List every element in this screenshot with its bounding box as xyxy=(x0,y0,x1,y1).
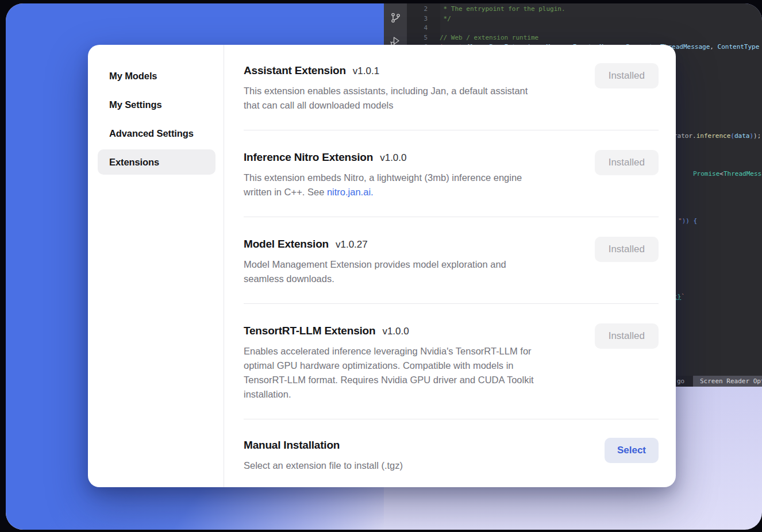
extension-title-line: Assistant Extensionv1.0.1 xyxy=(244,63,528,78)
extension-version: v1.0.0 xyxy=(382,326,409,337)
line-number: 3 xyxy=(407,14,428,24)
extension-row-model-extension: Model Extensionv1.0.27Model Management E… xyxy=(244,217,659,304)
description-text: Select an extension file to install (.tg… xyxy=(244,460,403,471)
sidebar-item-advanced-settings[interactable]: Advanced Settings xyxy=(98,121,215,146)
extension-info: Inference Nitro Extensionv1.0.0This exte… xyxy=(244,150,522,199)
code-token: ` xyxy=(681,293,685,300)
extension-version: v1.0.27 xyxy=(336,239,368,250)
line-number: 5 xyxy=(407,33,428,43)
description-text: This extension enables assistants, inclu… xyxy=(244,86,528,96)
extension-row-assistant-extension: Assistant Extensionv1.0.1This extension … xyxy=(244,63,659,130)
sidebar-item-my-models[interactable]: My Models xyxy=(98,63,215,88)
code-fragment: rator.inference(data)); xyxy=(674,132,761,140)
nitro-jan-ai-link[interactable]: nitro.jan.ai. xyxy=(327,187,374,197)
code-token: data xyxy=(734,132,750,140)
code-line: 2 * The entrypoint for the plugin. xyxy=(407,5,762,14)
code-token: * The entrypoint for the plugin. xyxy=(440,5,565,13)
code-token: inference xyxy=(696,132,731,140)
extension-description: Model Management Extension provides mode… xyxy=(244,257,506,286)
code-line: 3 */ xyxy=(407,14,762,24)
code-fragment: Promise<ThreadMessage> xyxy=(693,170,762,178)
extension-info: Model Extensionv1.0.27Model Management E… xyxy=(244,237,506,286)
code-fragment: ")) { xyxy=(678,217,697,225)
extension-description: This extension embeds Nitro, a lightweig… xyxy=(244,171,522,199)
settings-sidebar: My ModelsMy SettingsAdvanced SettingsExt… xyxy=(88,45,224,487)
installed-button[interactable]: Installed xyxy=(595,63,659,88)
code-token: rator. xyxy=(674,132,696,140)
code-token: ThreadMessage xyxy=(723,170,762,178)
extension-info: TensortRT-LLM Extensionv1.0.0Enables acc… xyxy=(244,323,534,402)
code-token: ( xyxy=(730,132,734,140)
code-token: // Web / extension runtime xyxy=(440,34,538,41)
description-text: TensorRT-LLM format. Requires Nvidia GPU… xyxy=(244,375,534,385)
installed-button[interactable]: Installed xyxy=(595,150,659,175)
extension-description: This extension enables assistants, inclu… xyxy=(244,84,528,113)
code-token: { xyxy=(694,217,698,225)
statusbar-time-text: go xyxy=(677,376,684,387)
extension-row-manual-installation: Manual InstallationSelect an extension f… xyxy=(244,419,659,485)
extension-description: Select an extension file to install (.tg… xyxy=(244,458,403,473)
description-text: Model Management Extension provides mode… xyxy=(244,259,506,269)
code-token: ); xyxy=(753,132,761,140)
extension-name: TensortRT-LLM Extension xyxy=(244,323,375,338)
code-token: " xyxy=(678,217,682,225)
extension-row-tensortrt-llm-extension: TensortRT-LLM Extensionv1.0.0Enables acc… xyxy=(244,304,659,419)
line-number: 4 xyxy=(407,24,428,33)
code-token: */ xyxy=(440,15,451,22)
settings-modal: My ModelsMy SettingsAdvanced SettingsExt… xyxy=(88,45,676,487)
code-line: 5// Web / extension runtime xyxy=(407,33,762,43)
code-line: 4 xyxy=(407,24,762,33)
extension-info: Assistant Extensionv1.0.1This extension … xyxy=(244,63,528,113)
app-window: 2 * The entrypoint for the plugin.3 */45… xyxy=(6,3,762,530)
code-token: )) xyxy=(682,217,694,225)
extension-title-line: Model Extensionv1.0.27 xyxy=(244,237,506,252)
extension-row-inference-nitro-extension: Inference Nitro Extensionv1.0.0This exte… xyxy=(244,130,659,217)
extension-info: Manual InstallationSelect an extension f… xyxy=(244,438,403,473)
installed-button[interactable]: Installed xyxy=(595,237,659,262)
extension-title-line: Manual Installation xyxy=(244,438,403,453)
code-token: ContentType xyxy=(718,43,760,51)
screen-reader-mode-badge[interactable]: Screen Reader Optimize xyxy=(693,376,762,387)
extension-name: Model Extension xyxy=(244,237,329,252)
sidebar-item-my-settings[interactable]: My Settings xyxy=(98,92,215,117)
code-token: , xyxy=(710,43,717,51)
code-token: < xyxy=(719,170,723,178)
installed-button[interactable]: Installed xyxy=(595,323,659,349)
extension-title-line: Inference Nitro Extensionv1.0.0 xyxy=(244,150,522,165)
description-text: written in C++. See xyxy=(244,187,327,197)
description-text: that can call all downloaded models xyxy=(244,100,394,110)
extension-name: Manual Installation xyxy=(244,438,340,453)
select-button[interactable]: Select xyxy=(605,438,659,463)
extension-version: v1.0.0 xyxy=(380,152,406,164)
extension-name: Assistant Extension xyxy=(244,63,346,78)
extension-version: v1.0.1 xyxy=(353,65,379,77)
description-text: seamless downloads. xyxy=(244,273,334,284)
extension-description: Enables accelerated inference leveraging… xyxy=(244,344,534,402)
extension-name: Inference Nitro Extension xyxy=(244,150,373,165)
extensions-list: Assistant Extensionv1.0.1This extension … xyxy=(224,45,676,487)
code-token: Promise xyxy=(693,170,719,178)
description-text: Enables accelerated inference leveraging… xyxy=(244,346,532,356)
description-text: This extension embeds Nitro, a lightweig… xyxy=(244,172,522,183)
line-number: 2 xyxy=(407,5,428,14)
description-text: installation. xyxy=(244,389,291,399)
source-control-icon[interactable] xyxy=(390,12,401,24)
sidebar-item-extensions[interactable]: Extensions xyxy=(98,149,215,175)
description-text: optimal GPU hardware optimizations. Comp… xyxy=(244,360,514,371)
extension-title-line: TensortRT-LLM Extensionv1.0.0 xyxy=(244,323,534,338)
